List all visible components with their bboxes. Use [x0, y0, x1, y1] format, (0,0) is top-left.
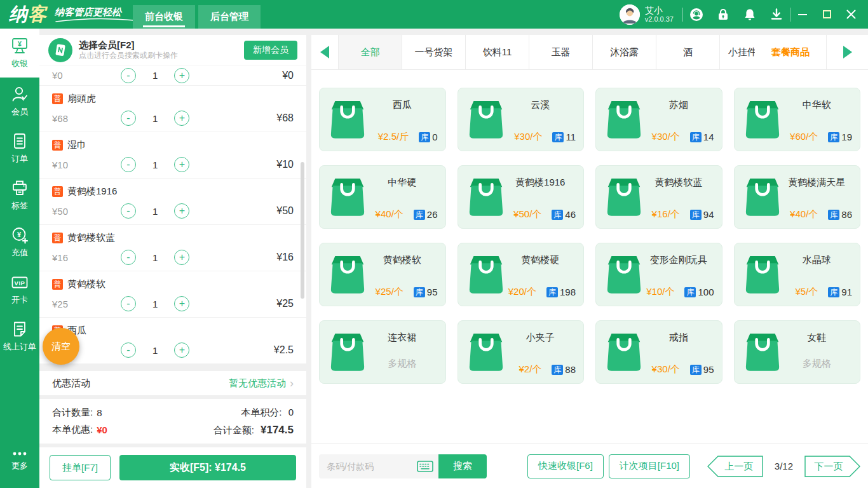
cart-item[interactable]: 普 湿巾 ¥10 - 1 + ¥10 [39, 132, 306, 179]
increase-qty-button[interactable]: + [174, 157, 189, 172]
product-card[interactable]: 中华硬 ¥40/个 库 26 [319, 165, 446, 229]
tab-front-cashier[interactable]: 前台收银 [133, 5, 195, 29]
sidebar-item-orders[interactable]: 订单 [0, 125, 39, 172]
product-card[interactable]: 连衣裙 多规格 [319, 320, 446, 384]
sidebar-item-member[interactable]: 会员 [0, 78, 39, 125]
sidebar-item-online-orders[interactable]: 线上订单 [0, 313, 39, 360]
prev-page-button[interactable]: 上一页 [707, 456, 763, 477]
increase-qty-button[interactable]: + [174, 342, 189, 358]
decrease-qty-button[interactable]: - [121, 296, 136, 311]
increase-qty-button[interactable]: + [174, 111, 189, 126]
product-card[interactable]: 西瓜 ¥2.5/斤 库 0 [319, 88, 446, 151]
product-price: ¥30/个 [514, 131, 542, 143]
increase-qty-button[interactable]: + [174, 296, 189, 311]
cart-item[interactable]: 普 黄鹤楼软蓝 ¥16 - 1 + ¥16 [39, 225, 306, 271]
category-tab[interactable]: 沐浴露 [592, 35, 656, 69]
minimize-icon [798, 14, 807, 15]
cart-item[interactable]: 普 黄鹤楼1916 ¥50 - 1 + ¥50 [39, 179, 306, 225]
cart-item[interactable]: 普 扇頭虎 ¥68 - 1 + ¥68 [39, 86, 306, 132]
decrease-qty-button[interactable]: - [121, 250, 136, 265]
sidebar-item-vip-card[interactable]: VIP 开卡 [0, 266, 39, 313]
decrease-qty-button[interactable]: - [121, 157, 136, 172]
order-summary: 合计数量: 8 本单积分: 0 本单优惠: ¥0 合计金额: ¥174.5 [39, 399, 306, 444]
cart-item[interactable]: ¥0 - 1 + ¥0 [39, 65, 306, 86]
cart-item[interactable]: 普 黄鹤楼软 ¥25 - 1 + ¥25 [39, 271, 306, 318]
member-texts: 选择会员[F2] 点击进行会员搜索或刷卡操作 [79, 39, 178, 61]
sidebar-item-cashier[interactable]: ¥ 收银 [0, 29, 39, 78]
sidebar-item-more[interactable]: 更多 [0, 437, 39, 484]
category-tab[interactable]: 玉器 [529, 35, 592, 69]
decrease-qty-button[interactable]: - [121, 111, 136, 126]
sidebar-item-recharge[interactable]: ¥ 充值 [0, 219, 39, 266]
decrease-qty-button[interactable]: - [121, 203, 136, 219]
next-page-button[interactable]: 下一页 [804, 456, 860, 477]
minimize-button[interactable] [790, 0, 815, 29]
product-card[interactable]: 黄鹤楼满天星 ¥40/个 库 86 [734, 165, 861, 229]
category-tab-label: 全部 [361, 46, 380, 58]
increase-qty-button[interactable]: + [174, 203, 189, 219]
cart-scrollbar[interactable] [301, 162, 304, 299]
hold-order-button[interactable]: 挂单[F7] [50, 455, 111, 480]
maximize-button[interactable] [815, 0, 839, 29]
category-tab[interactable]: 一号货架 [402, 35, 465, 69]
decrease-qty-button[interactable]: - [121, 342, 136, 358]
barcode-search-group: 搜索 [319, 454, 487, 478]
promo-value[interactable]: 暂无优惠活动 [229, 377, 286, 390]
left-sidebar: ¥ 收银 会员 订单 [0, 29, 39, 488]
product-card[interactable]: 水晶球 ¥5/个 库 91 [734, 243, 861, 306]
decrease-qty-button[interactable]: - [121, 68, 136, 83]
product-info: 小夹子 ¥2/个 库 88 [504, 321, 578, 383]
promo-row[interactable]: 优惠活动 暂无优惠活动 › [39, 371, 306, 395]
cart-item-name: 黄鹤楼1916 [67, 186, 117, 198]
notification-bell-icon[interactable] [736, 8, 763, 22]
barcode-input-wrap [319, 454, 438, 478]
clear-cart-button[interactable]: 清空 [43, 328, 79, 365]
product-name: 云溪 [504, 99, 578, 111]
chevron-right-icon[interactable]: › [290, 377, 294, 390]
product-card[interactable]: 黄鹤楼1916 ¥50/个 库 46 [458, 165, 585, 229]
download-icon[interactable] [763, 8, 790, 22]
product-card[interactable]: 戒指 ¥30/个 库 95 [595, 320, 722, 384]
add-member-button[interactable]: 新增会员 [244, 41, 297, 60]
product-card[interactable]: 小夹子 ¥2/个 库 88 [458, 320, 585, 384]
quick-cashier-button[interactable]: 快速收银[F6] [527, 454, 604, 478]
sidebar-item-label-print[interactable]: 标签 [0, 172, 39, 219]
keyboard-icon[interactable] [417, 461, 433, 472]
increase-qty-button[interactable]: + [174, 68, 189, 83]
product-card[interactable]: 苏烟 ¥30/个 库 14 [595, 88, 722, 151]
product-card[interactable]: 黄鹤楼软 ¥25/个 库 95 [319, 243, 446, 306]
product-card[interactable]: 变形金刚玩具 ¥10/个 库 100 [595, 243, 722, 306]
product-panel: 全部 一号货架 饮料11 玉器 [311, 35, 868, 488]
category-scroll-left-button[interactable] [311, 35, 338, 69]
cart-item-name-row: 普 黄鹤楼软 [52, 271, 294, 290]
category-scroll-right-button[interactable] [826, 35, 868, 69]
search-button[interactable]: 搜索 [438, 454, 487, 478]
product-stock: 库 95 [690, 364, 714, 375]
category-tab[interactable]: 全部 [338, 35, 402, 69]
count-item-button[interactable]: 计次项目[F10] [609, 454, 690, 478]
product-card[interactable]: 中华软 ¥60/个 库 19 [734, 88, 861, 151]
category-tab[interactable]: 小挂件 [719, 35, 755, 69]
increase-qty-button[interactable]: + [174, 250, 189, 265]
user-avatar[interactable] [620, 4, 640, 25]
category-tab[interactable]: 饮料11 [465, 35, 529, 69]
close-button[interactable] [839, 0, 863, 29]
avatar-person-icon [620, 4, 640, 25]
product-card[interactable]: 黄鹤楼硬 ¥20/个 库 198 [458, 243, 585, 306]
category-tab[interactable]: 套餐商品 [755, 35, 826, 69]
category-tab[interactable]: 酒 [656, 35, 719, 69]
product-card[interactable]: 女鞋 多规格 [734, 320, 861, 384]
product-grid: 西瓜 ¥2.5/斤 库 0 [311, 70, 868, 444]
product-name: 中华软 [780, 99, 854, 111]
lock-icon[interactable] [710, 8, 736, 22]
product-card[interactable]: 云溪 ¥30/个 库 11 [458, 88, 585, 151]
shopping-bag-icon [468, 177, 504, 217]
charge-button[interactable]: 实收[F5]: ¥174.5 [119, 455, 296, 480]
tab-back-admin[interactable]: 后台管理 [198, 5, 261, 29]
product-card[interactable]: 黄鹤楼软蓝 ¥16/个 库 94 [595, 165, 722, 229]
product-stock: 库 88 [552, 364, 576, 375]
cart-item[interactable]: 普 西瓜 ¥2.5 - 1 + ¥2.5 [39, 318, 306, 364]
customer-service-icon[interactable] [683, 8, 710, 22]
select-member-card[interactable]: 选择会员[F2] 点击进行会员搜索或刷卡操作 新增会员 [39, 35, 306, 65]
cart-item-total: ¥2.5 [274, 344, 294, 356]
